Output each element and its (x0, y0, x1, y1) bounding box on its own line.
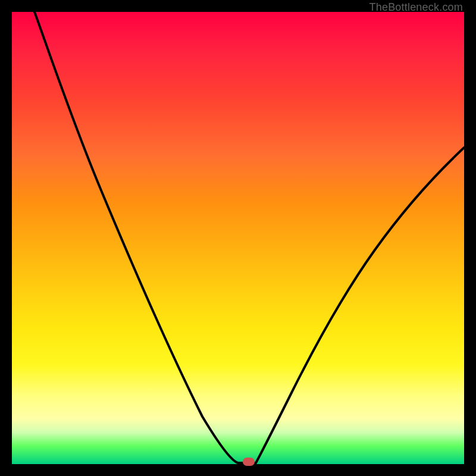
plot-background-gradient (12, 12, 464, 464)
watermark-text: TheBottleneck.com (369, 1, 463, 14)
chart-container: TheBottleneck.com (0, 0, 476, 476)
optimal-point-marker (243, 458, 255, 466)
